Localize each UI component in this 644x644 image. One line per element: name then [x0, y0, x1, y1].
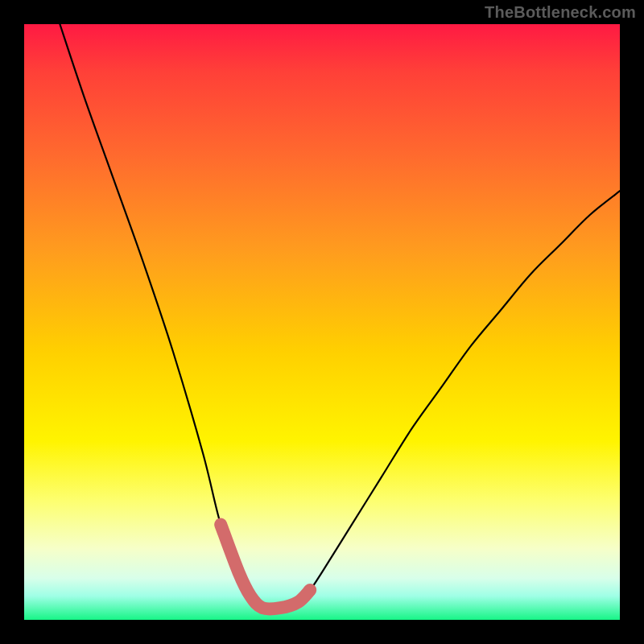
curve-layer [24, 24, 620, 620]
bottleneck-curve [60, 24, 620, 609]
watermark-text: TheBottleneck.com [485, 3, 636, 22]
plot-area [24, 24, 620, 620]
bottleneck-nadir-path [221, 525, 310, 609]
bottleneck-curve-path [60, 24, 620, 609]
chart-frame: TheBottleneck.com [0, 0, 644, 644]
